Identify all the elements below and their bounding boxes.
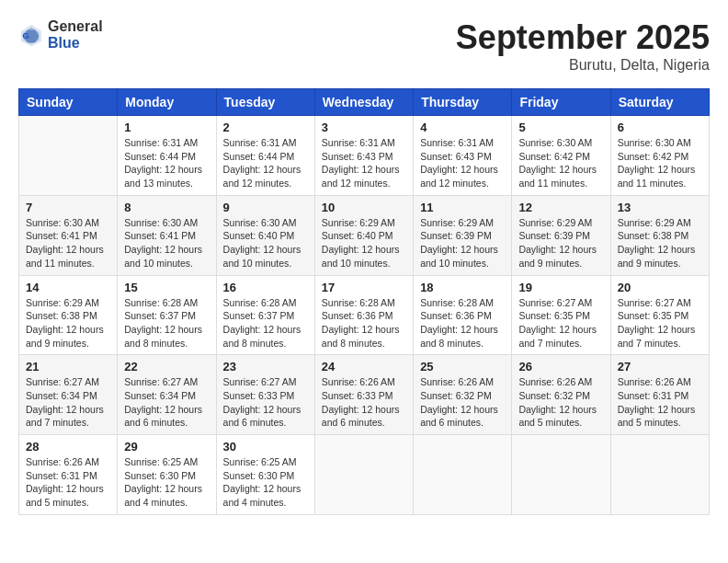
day-number: 6: [618, 121, 702, 134]
day-info: Sunrise: 6:31 AMSunset: 6:43 PMDaylight:…: [420, 136, 505, 190]
day-info: Sunrise: 6:31 AMSunset: 6:43 PMDaylight:…: [322, 136, 406, 190]
day-number: 26: [518, 360, 603, 373]
day-info: Sunrise: 6:30 AMSunset: 6:41 PMDaylight:…: [26, 216, 110, 270]
day-info: Sunrise: 6:29 AMSunset: 6:39 PMDaylight:…: [420, 216, 505, 270]
logo-blue-text: Blue: [48, 35, 80, 51]
calendar-cell: 7Sunrise: 6:30 AMSunset: 6:41 PMDaylight…: [19, 195, 118, 275]
day-number: 30: [223, 440, 308, 454]
day-info: Sunrise: 6:26 AMSunset: 6:32 PMDaylight:…: [518, 375, 603, 430]
calendar-cell: 13Sunrise: 6:29 AMSunset: 6:38 PMDayligh…: [610, 195, 709, 275]
day-info: Sunrise: 6:30 AMSunset: 6:40 PMDaylight:…: [223, 216, 308, 270]
day-info: Sunrise: 6:30 AMSunset: 6:42 PMDaylight:…: [518, 136, 603, 190]
calendar-cell: 20Sunrise: 6:27 AMSunset: 6:35 PMDayligh…: [610, 275, 709, 355]
calendar-cell: 15Sunrise: 6:28 AMSunset: 6:37 PMDayligh…: [118, 275, 216, 355]
location-text: Burutu, Delta, Nigeria: [456, 57, 710, 74]
calendar-cell: 18Sunrise: 6:28 AMSunset: 6:36 PMDayligh…: [414, 275, 512, 355]
logo-icon: G: [18, 22, 44, 48]
calendar-cell: [314, 435, 413, 515]
day-info: Sunrise: 6:29 AMSunset: 6:39 PMDaylight:…: [518, 216, 603, 270]
day-number: 19: [518, 281, 603, 294]
weekday-header-sunday: Sunday: [19, 89, 118, 116]
calendar-cell: [512, 435, 610, 515]
day-number: 25: [420, 360, 505, 373]
logo-text: General Blue: [48, 18, 103, 52]
calendar-cell: 26Sunrise: 6:26 AMSunset: 6:32 PMDayligh…: [512, 355, 610, 435]
calendar-cell: 5Sunrise: 6:30 AMSunset: 6:42 PMDaylight…: [512, 116, 610, 196]
calendar-cell: [610, 435, 709, 515]
calendar-cell: 9Sunrise: 6:30 AMSunset: 6:40 PMDaylight…: [216, 195, 314, 275]
day-info: Sunrise: 6:30 AMSunset: 6:42 PMDaylight:…: [618, 136, 702, 190]
logo: G General Blue: [18, 18, 103, 52]
day-info: Sunrise: 6:27 AMSunset: 6:34 PMDaylight:…: [124, 375, 209, 430]
calendar-cell: 22Sunrise: 6:27 AMSunset: 6:34 PMDayligh…: [118, 355, 216, 435]
day-number: 27: [618, 360, 702, 373]
day-number: 23: [223, 360, 308, 373]
calendar-cell: [19, 116, 118, 196]
calendar-cell: 25Sunrise: 6:26 AMSunset: 6:32 PMDayligh…: [414, 355, 512, 435]
day-info: Sunrise: 6:31 AMSunset: 6:44 PMDaylight:…: [124, 136, 209, 190]
weekday-header-row: SundayMondayTuesdayWednesdayThursdayFrid…: [19, 89, 710, 116]
calendar-cell: 30Sunrise: 6:25 AMSunset: 6:30 PMDayligh…: [216, 435, 314, 515]
calendar-table: SundayMondayTuesdayWednesdayThursdayFrid…: [18, 88, 710, 515]
calendar-cell: 17Sunrise: 6:28 AMSunset: 6:36 PMDayligh…: [314, 275, 413, 355]
calendar-cell: 28Sunrise: 6:26 AMSunset: 6:31 PMDayligh…: [19, 435, 118, 515]
day-info: Sunrise: 6:28 AMSunset: 6:37 PMDaylight:…: [124, 296, 209, 350]
day-info: Sunrise: 6:26 AMSunset: 6:33 PMDaylight:…: [322, 375, 406, 430]
calendar-week-row: 28Sunrise: 6:26 AMSunset: 6:31 PMDayligh…: [19, 435, 710, 515]
weekday-header-friday: Friday: [512, 89, 610, 116]
calendar-cell: 16Sunrise: 6:28 AMSunset: 6:37 PMDayligh…: [216, 275, 314, 355]
day-info: Sunrise: 6:28 AMSunset: 6:36 PMDaylight:…: [322, 296, 406, 350]
calendar-cell: 8Sunrise: 6:30 AMSunset: 6:41 PMDaylight…: [118, 195, 216, 275]
day-number: 15: [124, 281, 209, 294]
day-info: Sunrise: 6:27 AMSunset: 6:35 PMDaylight:…: [518, 296, 603, 350]
day-info: Sunrise: 6:26 AMSunset: 6:31 PMDaylight:…: [26, 455, 110, 510]
day-number: 3: [322, 121, 406, 134]
weekday-header-tuesday: Tuesday: [216, 89, 314, 116]
weekday-header-thursday: Thursday: [414, 89, 512, 116]
day-number: 16: [223, 281, 308, 294]
day-info: Sunrise: 6:28 AMSunset: 6:37 PMDaylight:…: [223, 296, 308, 350]
day-number: 9: [223, 201, 308, 214]
weekday-header-monday: Monday: [118, 89, 216, 116]
day-info: Sunrise: 6:31 AMSunset: 6:44 PMDaylight:…: [223, 136, 308, 190]
title-block: September 2025 Burutu, Delta, Nigeria: [456, 18, 710, 74]
day-number: 7: [26, 201, 110, 214]
day-number: 17: [322, 281, 406, 294]
calendar-cell: 2Sunrise: 6:31 AMSunset: 6:44 PMDaylight…: [216, 116, 314, 196]
weekday-header-saturday: Saturday: [610, 89, 709, 116]
calendar-week-row: 1Sunrise: 6:31 AMSunset: 6:44 PMDaylight…: [19, 116, 710, 196]
day-number: 8: [124, 201, 209, 214]
calendar-cell: 29Sunrise: 6:25 AMSunset: 6:30 PMDayligh…: [118, 435, 216, 515]
calendar-week-row: 14Sunrise: 6:29 AMSunset: 6:38 PMDayligh…: [19, 275, 710, 355]
calendar-cell: 3Sunrise: 6:31 AMSunset: 6:43 PMDaylight…: [314, 116, 413, 196]
day-number: 10: [322, 201, 406, 214]
calendar-cell: 14Sunrise: 6:29 AMSunset: 6:38 PMDayligh…: [19, 275, 118, 355]
day-number: 18: [420, 281, 505, 294]
calendar-cell: 4Sunrise: 6:31 AMSunset: 6:43 PMDaylight…: [414, 116, 512, 196]
day-info: Sunrise: 6:27 AMSunset: 6:33 PMDaylight:…: [223, 375, 308, 430]
day-number: 20: [618, 281, 702, 294]
calendar-cell: [414, 435, 512, 515]
day-info: Sunrise: 6:30 AMSunset: 6:41 PMDaylight:…: [124, 216, 209, 270]
day-info: Sunrise: 6:25 AMSunset: 6:30 PMDaylight:…: [124, 455, 209, 510]
day-number: 21: [26, 360, 110, 373]
calendar-cell: 6Sunrise: 6:30 AMSunset: 6:42 PMDaylight…: [610, 116, 709, 196]
day-info: Sunrise: 6:28 AMSunset: 6:36 PMDaylight:…: [420, 296, 505, 350]
calendar-week-row: 7Sunrise: 6:30 AMSunset: 6:41 PMDaylight…: [19, 195, 710, 275]
calendar-cell: 11Sunrise: 6:29 AMSunset: 6:39 PMDayligh…: [414, 195, 512, 275]
calendar-cell: 27Sunrise: 6:26 AMSunset: 6:31 PMDayligh…: [610, 355, 709, 435]
day-info: Sunrise: 6:27 AMSunset: 6:35 PMDaylight:…: [618, 296, 702, 350]
day-info: Sunrise: 6:29 AMSunset: 6:38 PMDaylight:…: [618, 216, 702, 270]
calendar-week-row: 21Sunrise: 6:27 AMSunset: 6:34 PMDayligh…: [19, 355, 710, 435]
day-number: 5: [518, 121, 603, 134]
day-number: 28: [26, 440, 110, 454]
day-number: 24: [322, 360, 406, 373]
day-number: 14: [26, 281, 110, 294]
page-header: G General Blue September 2025 Burutu, De…: [18, 18, 710, 74]
calendar-cell: 23Sunrise: 6:27 AMSunset: 6:33 PMDayligh…: [216, 355, 314, 435]
day-number: 13: [618, 201, 702, 214]
day-info: Sunrise: 6:29 AMSunset: 6:38 PMDaylight:…: [26, 296, 110, 350]
calendar-cell: 1Sunrise: 6:31 AMSunset: 6:44 PMDaylight…: [118, 116, 216, 196]
day-number: 4: [420, 121, 505, 134]
day-info: Sunrise: 6:25 AMSunset: 6:30 PMDaylight:…: [223, 455, 308, 510]
